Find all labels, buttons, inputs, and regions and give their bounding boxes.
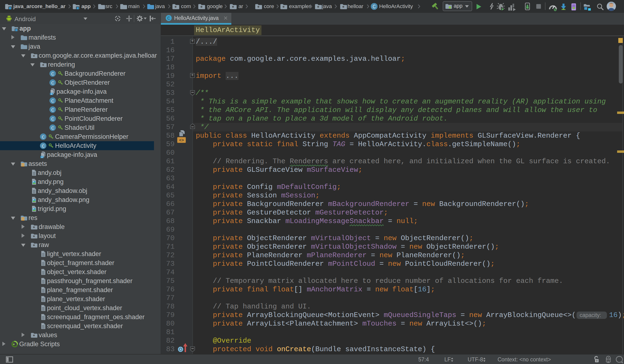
svg-text:C: C bbox=[42, 144, 45, 149]
svg-text:C: C bbox=[167, 16, 170, 21]
svg-text:<>: <> bbox=[179, 138, 184, 143]
svg-text:T: T bbox=[596, 360, 598, 362]
svg-text:J: J bbox=[51, 93, 52, 95]
svg-text:C: C bbox=[51, 117, 54, 122]
svg-text:C: C bbox=[51, 80, 54, 86]
svg-text:C: C bbox=[51, 99, 54, 104]
svg-text:C: C bbox=[51, 71, 54, 77]
svg-text:C: C bbox=[42, 134, 45, 140]
svg-text:C: C bbox=[51, 107, 54, 113]
svg-text:C: C bbox=[372, 4, 376, 10]
svg-text:J: J bbox=[41, 156, 43, 158]
svg-text:C: C bbox=[51, 126, 54, 131]
